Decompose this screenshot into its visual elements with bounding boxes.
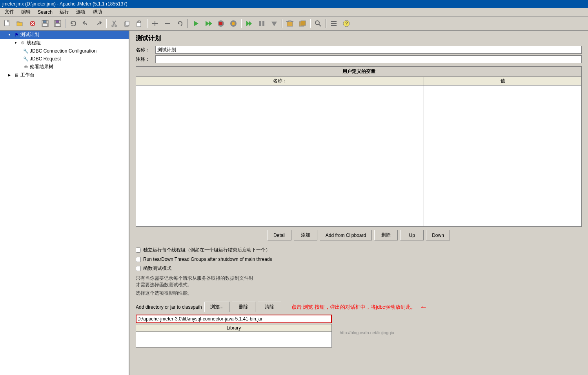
checkbox-teardown[interactable]: [136, 257, 141, 262]
cut-button[interactable]: [108, 18, 120, 29]
clearall-button[interactable]: [297, 18, 308, 29]
new-button[interactable]: [2, 18, 13, 29]
svg-rect-36: [262, 21, 264, 26]
paste-button[interactable]: [133, 18, 145, 29]
undo-button[interactable]: [80, 18, 92, 29]
checkbox-functional-mode[interactable]: [136, 266, 141, 271]
spacer1: [19, 48, 22, 54]
rotate-button[interactable]: [174, 18, 186, 29]
tree-item-workbench[interactable]: ▶ 🖥 工作台: [0, 71, 129, 79]
classpath-clear-button[interactable]: 清除: [258, 302, 281, 312]
library-table-container: D:\apache-jmeter-3.0\lib\mysql-connector…: [136, 315, 332, 348]
save-button[interactable]: [39, 18, 51, 29]
expand-arrow-workbench: ▶: [6, 72, 13, 78]
tree-label-workbench: 工作台: [20, 72, 35, 78]
stop-button[interactable]: [215, 18, 227, 29]
tree-label-jdbc-request: JDBC Request: [30, 56, 61, 62]
svg-line-44: [319, 24, 321, 26]
gear-icon: ⚙: [20, 40, 26, 46]
sep5: [241, 19, 242, 28]
wrench-icon-jdbc: 🔧: [23, 48, 29, 54]
info3: 选择这个选项很影响性能。: [136, 290, 192, 296]
tree-item-jdbc-connection[interactable]: 🔧 JDBC Connection Configuration: [0, 47, 129, 55]
tree-item-test-plan[interactable]: ▼ ⚑ 测试计划: [0, 31, 129, 39]
remote-start-button[interactable]: [243, 18, 255, 29]
toolbar: ?: [0, 16, 588, 31]
up-button[interactable]: Up: [400, 230, 424, 240]
help-button[interactable]: ?: [340, 18, 352, 29]
copy-button[interactable]: [121, 18, 133, 29]
tree-label-jdbc-connection: JDBC Connection Configuration: [30, 48, 96, 54]
sep4: [188, 19, 188, 28]
name-input[interactable]: [155, 46, 582, 54]
svg-rect-46: [331, 23, 337, 24]
svg-rect-2: [17, 22, 19, 23]
comment-label: 注释：: [136, 56, 155, 63]
expand-button[interactable]: [149, 18, 161, 29]
startnopause-button[interactable]: [202, 18, 214, 29]
uv-table: 名称： 值: [136, 76, 582, 227]
clear-button[interactable]: [284, 18, 296, 29]
uv-section: 用户定义的变量 名称： 值: [136, 66, 582, 227]
svg-marker-28: [209, 21, 212, 26]
search-button[interactable]: [312, 18, 324, 29]
add-from-clipboard-button[interactable]: Add from Clipboard: [320, 230, 372, 240]
titlebar-text: jmeter.jmx (D:\jmeter.jmx) - Apache JMet…: [2, 1, 127, 7]
info-text-1: 只有当你需要记录每个请求从服务器取得的数据到文件时 才需要选择函数测试模式。: [136, 275, 582, 288]
option-row-3: 函数测试模式: [136, 264, 582, 273]
shutdown-button[interactable]: [228, 18, 239, 29]
menu-help[interactable]: 帮助: [89, 8, 105, 16]
list-button[interactable]: [328, 18, 340, 29]
svg-marker-27: [206, 21, 209, 26]
action-buttons-row: Detail 添加 Add from Clipboard 删除 Up Down: [136, 227, 582, 244]
add-button[interactable]: 添加: [294, 230, 317, 240]
start-button[interactable]: [190, 18, 202, 29]
remote-stop-button[interactable]: [256, 18, 268, 29]
revert-button[interactable]: [67, 18, 79, 29]
close-button[interactable]: [27, 18, 38, 29]
svg-rect-32: [232, 22, 235, 25]
down-button[interactable]: Down: [426, 230, 450, 240]
uv-body: [136, 86, 582, 227]
saveas-button[interactable]: [52, 18, 64, 29]
classpath-label: Add directory or jar to classpath: [136, 304, 202, 310]
comment-input[interactable]: [155, 55, 582, 63]
info2: 才需要选择函数测试模式。: [136, 282, 192, 288]
sep7: [310, 19, 311, 28]
classpath-row: Add directory or jar to classpath 浏览... …: [136, 299, 582, 315]
tree-label-thread-group: 线程组: [27, 40, 41, 46]
sep2: [106, 19, 107, 28]
checkbox1-label: 独立运行每个线程组（例如在一个组运行结束后启动下一个）: [143, 247, 270, 253]
tree-label-test-plan: 测试计划: [20, 31, 39, 38]
comment-row: 注释：: [136, 55, 582, 63]
redo-button[interactable]: [93, 18, 104, 29]
open-button[interactable]: [14, 18, 26, 29]
svg-rect-18: [126, 21, 129, 25]
name-label: 名称：: [136, 47, 155, 53]
svg-rect-10: [56, 20, 59, 23]
library-body: [136, 332, 332, 348]
tree-item-thread-group[interactable]: ▼ ⚙ 线程组: [0, 39, 129, 47]
menu-file[interactable]: 文件: [2, 8, 17, 16]
browse-button[interactable]: 浏览...: [204, 302, 229, 312]
main-layout: ▼ ⚑ 测试计划 ▼ ⚙ 线程组 🔧 JDBC Connection Confi…: [0, 31, 588, 375]
uv-empty-cell-name: [136, 86, 424, 227]
menu-search[interactable]: Search: [35, 9, 56, 16]
menu-run[interactable]: 运行: [56, 8, 72, 16]
menu-edit[interactable]: 编辑: [18, 8, 34, 16]
collapse-button[interactable]: [162, 18, 173, 29]
classpath-delete-button[interactable]: 删除: [232, 302, 255, 312]
jar-file-path: D:\apache-jmeter-3.0\lib\mysql-connector…: [137, 316, 262, 322]
tree-item-view-results[interactable]: 👁 察看结果树: [0, 63, 129, 71]
tree-item-jdbc-request[interactable]: 🔧 JDBC Request: [0, 55, 129, 63]
checkbox-independent-threads[interactable]: [136, 248, 141, 253]
lib-col-header: Library: [136, 324, 332, 332]
remote-shutdown-button[interactable]: [268, 18, 280, 29]
name-row: 名称：: [136, 46, 582, 54]
menu-options[interactable]: 选项: [73, 8, 89, 16]
delete-button[interactable]: 删除: [374, 230, 398, 240]
sep8: [326, 19, 326, 28]
svg-rect-8: [43, 24, 47, 26]
svg-rect-47: [331, 25, 337, 26]
detail-button[interactable]: Detail: [268, 230, 291, 240]
